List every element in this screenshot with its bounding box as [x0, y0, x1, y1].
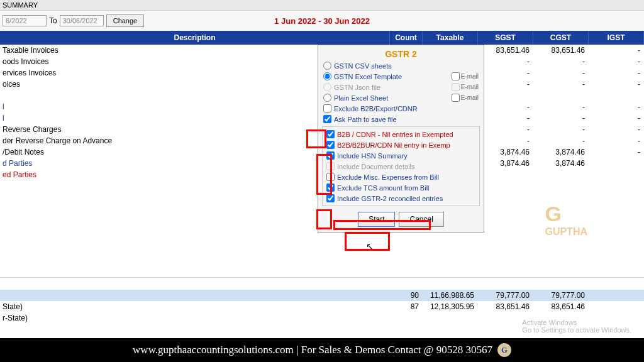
email-plain-check[interactable]	[452, 94, 460, 102]
summary-desc: State)	[0, 302, 390, 311]
check-hsn[interactable]	[326, 151, 335, 160]
row-igst: -	[589, 148, 644, 156]
row-igst: -	[589, 46, 644, 55]
row-sgst: -	[478, 125, 533, 134]
row-cgst: -	[533, 57, 589, 66]
summary-cgst	[533, 314, 589, 322]
row-cgst: -	[533, 114, 589, 123]
summary-cgst: 79,777.00	[533, 291, 589, 300]
email-json-check	[452, 83, 460, 91]
row-cgst: -	[533, 102, 589, 111]
to-label: To	[49, 16, 57, 25]
row-sgst: -	[478, 69, 533, 77]
change-button[interactable]: Change	[106, 14, 145, 27]
label-misc: Exclude Misc. Expenses from Bill	[337, 173, 439, 181]
header-igst: IGST	[589, 31, 644, 45]
summary-desc: r-State)	[0, 314, 390, 322]
radio-json	[323, 83, 331, 91]
email-label-2: E-mail	[461, 84, 479, 90]
check-tcs[interactable]	[326, 184, 335, 192]
row-cgst: -	[533, 136, 589, 145]
radio-excel[interactable]	[323, 72, 331, 80]
label-ask-path: Ask Path to save file	[334, 116, 397, 123]
check-ask-path[interactable]	[323, 115, 331, 123]
check-b2b-nil[interactable]	[326, 130, 335, 138]
row-igst: -	[589, 57, 644, 66]
summary-taxable: 11,66,988.65	[423, 291, 478, 300]
summary-sgst	[478, 314, 533, 322]
row-sgst: -	[478, 114, 533, 123]
row-sgst: 3,874.46	[478, 148, 533, 156]
email-label-3: E-mail	[461, 94, 479, 101]
start-button[interactable]: Start	[358, 212, 395, 227]
to-date-input[interactable]	[60, 15, 104, 26]
cancel-button[interactable]: Cancel	[399, 212, 443, 227]
dialog-title: GSTR 2	[321, 48, 481, 60]
row-igst: -	[589, 69, 644, 77]
row-igst: -	[589, 114, 644, 123]
summary-taxable	[423, 314, 478, 322]
data-area: Taxable Invoices83,651.4683,651.46-oods …	[0, 45, 644, 277]
check-doc	[326, 162, 335, 170]
header-cgst: CGST	[533, 31, 589, 45]
check-misc[interactable]	[326, 173, 335, 181]
summary-cgst: 83,651.46	[533, 302, 589, 311]
activate-line2: Go to Settings to activate Windows.	[522, 326, 631, 334]
label-tcs: Exclude TCS amount from Bill	[337, 184, 430, 192]
label-exclude-b2b: Exclude B2B/Export/CDNR	[334, 105, 418, 112]
row-sgst: -	[478, 136, 533, 145]
row-cgst: -	[533, 125, 589, 134]
radio-plain[interactable]	[323, 94, 331, 102]
label-b2b-nil: B2B / CDNR - Nil entries in Exempted	[337, 131, 453, 138]
label-b2bur-nil: B2B/B2BUR/CDN Nil entry in Exemp	[337, 141, 450, 149]
period-label: 1 Jun 2022 - 30 Jun 2022	[274, 16, 370, 26]
bottom-banner: www.gupthaaccountingsolutions.com | For …	[0, 338, 644, 362]
summary-count	[390, 314, 423, 322]
summary-title: SUMMARY	[0, 0, 644, 11]
summary-igst	[589, 314, 644, 322]
summary-row[interactable]: r-State)	[0, 312, 644, 324]
email-excel-check[interactable]	[452, 72, 460, 80]
row-cgst: 3,874.46	[533, 159, 589, 168]
header-taxable: Taxable	[423, 31, 478, 45]
summary-count: 90	[390, 291, 423, 300]
label-json: GSTN Json file	[334, 84, 380, 91]
label-csv: GSTN CSV sheets	[334, 62, 392, 70]
banner-logo-icon: G	[497, 343, 511, 357]
row-sgst: -	[478, 80, 533, 89]
summary-desc	[0, 291, 390, 300]
check-exclude-b2b[interactable]	[323, 104, 331, 112]
check-recon[interactable]	[326, 194, 335, 202]
row-sgst: -	[478, 102, 533, 111]
header-description: Description	[0, 31, 390, 45]
row-igst: -	[589, 102, 644, 111]
label-plain: Plain Excel Sheet	[334, 94, 388, 102]
watermark-g: G	[545, 202, 561, 226]
watermark: G GUPTHA	[545, 202, 587, 238]
row-cgst: -	[533, 69, 589, 77]
summary-sgst: 79,777.00	[478, 291, 533, 300]
header-sgst: SGST	[478, 31, 533, 45]
summary-row[interactable]: 9011,66,988.6579,777.0079,777.00	[0, 290, 644, 301]
row-igst: -	[589, 125, 644, 134]
row-sgst: -	[478, 57, 533, 66]
row-sgst: 83,651.46	[478, 46, 533, 55]
label-recon: Include GSTR-2 reconciled entries	[337, 195, 443, 202]
row-cgst: 83,651.46	[533, 46, 589, 55]
table-header: Description Count Taxable SGST CGST IGST	[0, 31, 644, 45]
label-doc: Include Document details	[337, 163, 415, 170]
check-b2bur-nil[interactable]	[326, 141, 335, 149]
summary-row[interactable]: State)8712,18,305.9583,651.4683,651.46	[0, 301, 644, 312]
label-excel: GSTN Excel Template	[334, 73, 402, 80]
label-hsn: Include HSN Summary	[337, 152, 408, 160]
watermark-text: GUPTHA	[545, 226, 587, 237]
date-filter-row: To Change 1 Jun 2022 - 30 Jun 2022	[0, 11, 644, 31]
email-label-1: E-mail	[461, 73, 479, 80]
radio-csv[interactable]	[323, 62, 331, 70]
from-date-input[interactable]	[3, 15, 47, 26]
summary-igst	[589, 302, 644, 311]
row-cgst: 3,874.46	[533, 148, 589, 156]
row-cgst: -	[533, 80, 589, 89]
banner-text: www.gupthaaccountingsolutions.com | For …	[133, 344, 492, 356]
header-count: Count	[390, 31, 423, 45]
